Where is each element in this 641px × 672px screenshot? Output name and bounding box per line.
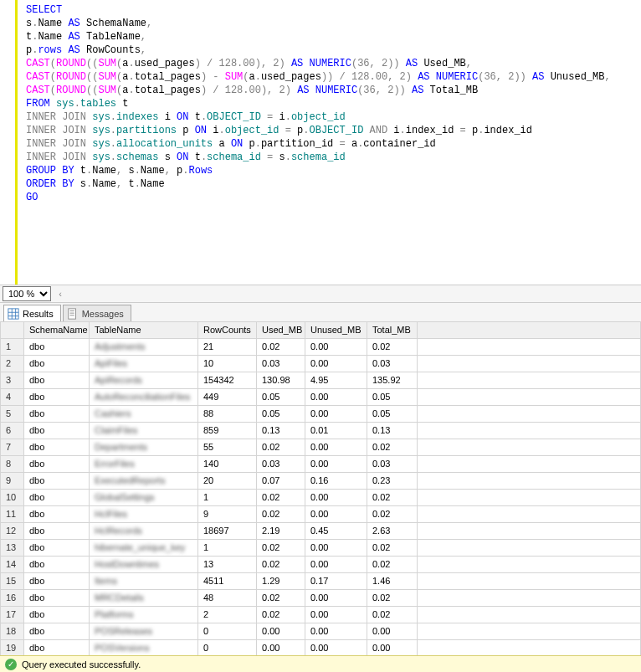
svg-rect-5 <box>68 309 75 319</box>
table-row[interactable]: 17dboPlatforms20.020.000.02 <box>1 606 641 623</box>
results-grid[interactable]: SchemaNameTableNameRowCountsUsed_MBUnuse… <box>0 321 641 655</box>
table-row[interactable]: 10dboGlobalSettings10.020.000.02 <box>1 489 641 505</box>
table-row[interactable]: 12dboHclRecords186972.190.452.63 <box>1 522 641 539</box>
col-header[interactable]: TableName <box>90 321 198 338</box>
col-header[interactable]: SchemaName <box>24 321 90 338</box>
col-header[interactable]: Total_MB <box>367 321 418 338</box>
table-row[interactable]: 4dboAutoReconciliationFiles4490.050.000.… <box>1 388 641 405</box>
table-row[interactable]: 7dboDepartments550.020.000.02 <box>1 439 641 455</box>
col-header[interactable]: RowCounts <box>198 321 257 338</box>
table-row[interactable]: 2dboApiFiles100.030.000.03 <box>1 355 641 372</box>
tab-label: Results <box>23 309 54 319</box>
table-row[interactable]: 5dboCashiers880.050.000.05 <box>1 405 641 422</box>
table-row[interactable]: 1dboAdjustments210.020.000.02 <box>1 338 641 355</box>
col-header[interactable]: Used_MB <box>257 321 305 338</box>
status-bar: ✓ Query executed successfully. <box>0 655 641 672</box>
tab-messages[interactable]: Messages <box>63 305 131 322</box>
table-row[interactable]: 8dboErrorFiles1400.030.000.03 <box>1 455 641 472</box>
table-row[interactable]: 19dboPOSVersions00.000.000.00 <box>1 639 641 655</box>
result-tabs: Results Messages <box>0 303 641 321</box>
svg-rect-0 <box>8 309 18 319</box>
chevron-left-icon[interactable]: ‹ <box>54 289 66 299</box>
table-row[interactable]: 15dboItems45111.290.171.46 <box>1 572 641 589</box>
table-row[interactable]: 9dboExecutedReports200.070.160.23 <box>1 472 641 489</box>
success-icon: ✓ <box>5 659 17 670</box>
table-row[interactable]: 11dboHclFiles90.020.000.02 <box>1 505 641 522</box>
grid-icon <box>8 308 19 320</box>
col-header[interactable]: Unused_MB <box>305 321 367 338</box>
table-row[interactable]: 13dbohibernate_unique_key10.020.000.02 <box>1 539 641 556</box>
zoom-bar: 100 % ‹ <box>0 285 641 303</box>
table-row[interactable]: 16dboMRCDetails480.020.000.02 <box>1 589 641 606</box>
table-row[interactable]: 18dboPOSReleases00.000.000.00 <box>1 623 641 639</box>
document-icon <box>67 308 79 320</box>
zoom-select[interactable]: 100 % <box>3 286 51 301</box>
tab-results[interactable]: Results <box>3 305 61 322</box>
status-text: Query executed successfully. <box>22 659 141 669</box>
table-row[interactable]: 6dboClaimFiles8590.130.010.13 <box>1 422 641 439</box>
sql-editor[interactable]: − SELECTs.Name AS SchemaName,t.Name AS T… <box>15 0 641 285</box>
table-row[interactable]: 14dboHostDowntimes130.020.000.02 <box>1 556 641 572</box>
table-row[interactable]: 3dboApiRecords154342130.984.95135.92 <box>1 372 641 388</box>
tab-label: Messages <box>82 309 124 319</box>
